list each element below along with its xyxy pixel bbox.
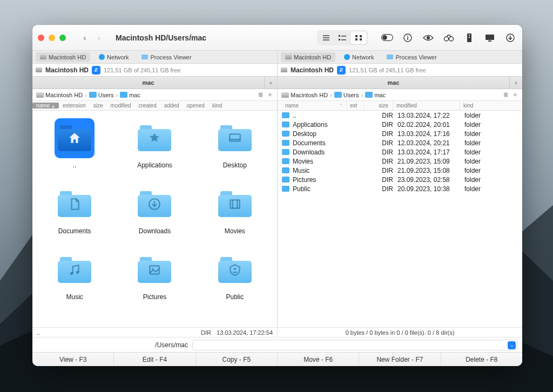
folder-applications[interactable]: Applications [114,118,194,169]
list-row[interactable]: MusicDIR21.09.2023, 15:08folder [278,166,522,175]
fn-copy[interactable]: Copy - F5 [196,353,278,366]
col-ext[interactable]: ext [347,101,364,110]
col-extension[interactable]: extension [59,103,90,109]
list-row[interactable]: DocumentsDIR12.03.2024, 20:21folder [278,138,522,147]
history-dropdown[interactable]: ⌄ [508,341,516,349]
col-name[interactable]: name⌃ [282,101,347,110]
col-created[interactable]: created [134,103,160,109]
breadcrumb-item[interactable]: Macintosh HD [280,92,329,98]
toggle-button[interactable] [381,31,394,44]
archive-icon[interactable] [463,31,476,44]
col-kind[interactable]: kind [460,101,487,110]
breadcrumb-item[interactable]: mac [363,92,387,98]
breadcrumb-item[interactable]: Macintosh HD [35,92,84,98]
source-tab-network[interactable]: Network [340,52,378,62]
star-icon[interactable]: ★ [265,91,275,98]
info-icon[interactable] [401,31,414,44]
folder-[interactable]: .. [35,118,114,169]
col-size[interactable]: size [90,103,107,109]
status-size: DIR [201,329,211,336]
svg-rect-21 [469,35,470,36]
list-view[interactable]: ..DIR13.03.2024, 17:22folderApplications… [278,111,522,327]
nav-forward-button[interactable]: › [92,31,106,44]
list-row[interactable]: ..DIR13.03.2024, 17:22folder [278,111,522,120]
col-modified[interactable]: modified [393,101,460,110]
list-row[interactable]: MoviesDIR21.09.2023, 15:09folder [278,157,522,166]
svg-point-19 [449,37,454,41]
folder-desktop[interactable]: Desktop [195,118,275,169]
folder-label: Applications [137,161,172,169]
download-icon[interactable] [504,31,517,44]
list-row[interactable]: DownloadsDIR13.03.2024, 17:17folder [278,147,522,157]
fn-new[interactable]: New Folder - F7 [359,353,441,366]
status-bar: .. DIR 13.03.2024, 17:22:54 0 bytes / 0 … [32,327,522,337]
status-name: .. [37,329,40,336]
svg-rect-16 [407,37,408,40]
left-pane: mac ＋ Macintosh HD›Users›mac≣★ nameexten… [32,77,277,327]
folder-label: Pictures [143,293,166,301]
breadcrumb-item[interactable]: Users [87,92,116,98]
view-icons-button[interactable] [350,31,367,44]
star-icon[interactable]: ★ [510,91,520,98]
zoom-button[interactable] [59,35,66,41]
folder-movies[interactable]: Movies [195,184,275,235]
folder-music[interactable]: Music [35,250,114,301]
svg-rect-24 [488,40,491,42]
titlebar: ‹ › Macintosh HD/Users/mac [32,25,522,51]
pane-tab[interactable]: mac [32,77,264,89]
breadcrumb-item[interactable]: mac [118,92,142,98]
folder-downloads[interactable]: Downloads [114,184,194,235]
source-tab-process-viewer[interactable]: Process Viewer [137,52,195,62]
hd-icon [36,67,42,72]
col-opened[interactable]: opened [183,103,208,109]
volume-name: Macintosh HD [45,66,89,74]
col-modified[interactable]: modified [107,103,135,109]
list-mini-icon[interactable]: ≣ [255,91,265,98]
quicklook-icon[interactable] [422,31,435,44]
svg-rect-4 [339,35,340,37]
folder-icon [365,92,373,98]
minimize-button[interactable] [49,35,55,41]
list-row[interactable]: DesktopDIR13.03.2024, 17:16folder [278,129,522,138]
folder-icon [282,149,289,155]
source-tab-macintosh-hd[interactable]: Macintosh HD [281,52,335,62]
source-tab-macintosh-hd[interactable]: Macintosh HD [36,52,90,62]
pv-icon [387,55,393,59]
desktop-icon[interactable] [483,31,496,44]
nav-back-button[interactable]: ‹ [78,31,92,44]
new-tab-button[interactable]: ＋ [509,77,522,89]
fn-move[interactable]: Move - F6 [278,353,359,366]
list-mini-icon[interactable]: ≣ [501,91,510,98]
fn-delete[interactable]: Delete - F8 [441,353,522,366]
col-kind[interactable]: kind [208,103,226,109]
volume-picker[interactable]: ⇵ [337,66,346,75]
breadcrumb-item[interactable]: Users [333,92,361,98]
fn-view[interactable]: View - F3 [32,353,114,366]
view-list-button[interactable] [318,31,334,44]
hd-icon [285,55,292,59]
folder-label: .. [73,161,77,169]
source-tab-network[interactable]: Network [95,52,133,62]
view-columns-button[interactable] [334,31,350,44]
command-field[interactable]: ⌄ [192,340,518,350]
folder-pictures[interactable]: Pictures [114,250,194,301]
new-tab-button[interactable]: ＋ [264,77,277,89]
folder-public[interactable]: Public [195,250,275,301]
list-row[interactable]: PublicDIR20.09.2023, 10:38folder [278,184,522,193]
folder-documents[interactable]: Documents [35,184,114,235]
volume-picker[interactable]: ⇵ [92,66,100,75]
col-name[interactable]: name [32,103,59,109]
col-added[interactable]: added [160,103,183,109]
icon-view[interactable]: ..ApplicationsDesktopDocumentsDownloadsM… [32,111,277,327]
list-row[interactable]: PicturesDIR23.09.2023, 02:58folder [278,175,522,184]
close-button[interactable] [38,35,44,41]
traffic-lights [38,35,66,41]
source-tab-process-viewer[interactable]: Process Viewer [382,52,441,62]
folder-label: Documents [58,227,91,235]
right-pane: mac ＋ Macintosh HD›Users›mac≣★ name⌃ ext… [277,77,522,327]
list-row[interactable]: ApplicationsDIR02.02.2024, 20:01folder [278,120,522,129]
binoculars-icon[interactable] [442,31,455,44]
col-size[interactable]: size [364,101,393,110]
fn-edit[interactable]: Edit - F4 [114,353,195,366]
pane-tab[interactable]: mac [278,77,509,89]
